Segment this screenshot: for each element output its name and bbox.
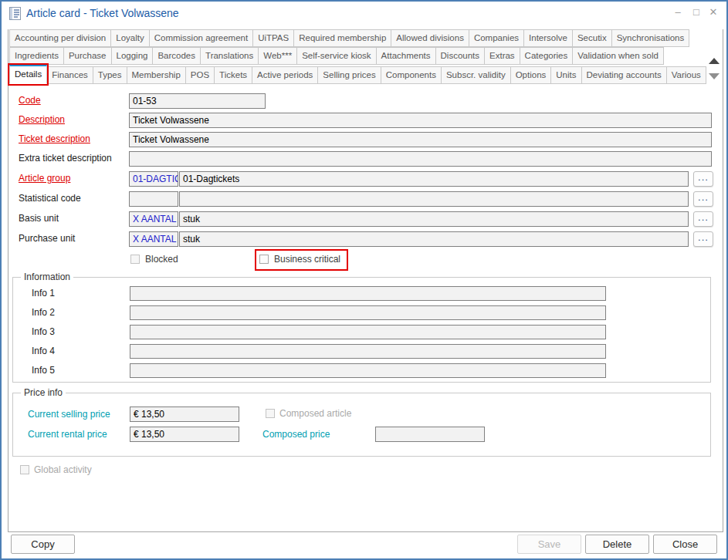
tab-required-membership[interactable]: Required membership: [293, 29, 391, 47]
tab-deviating-accounts[interactable]: Deviating accounts: [581, 66, 667, 84]
global-activity-label: Global activity: [34, 464, 92, 475]
tab-selling-prices[interactable]: Selling prices: [317, 66, 381, 84]
current-selling-price-field[interactable]: € 13,50: [130, 407, 239, 422]
titlebar: Article card - Ticket Volwassene – □ ✕: [2, 2, 726, 26]
tab-scroll-up-icon[interactable]: [709, 58, 720, 64]
blocked-checkbox[interactable]: [130, 255, 140, 264]
tab-logging[interactable]: Logging: [111, 47, 154, 65]
delete-button[interactable]: Delete: [585, 535, 649, 554]
basis-unit-code-field[interactable]: X AANTAL: [129, 211, 178, 227]
info-5-field[interactable]: [130, 363, 606, 378]
tab-membership[interactable]: Membership: [127, 66, 186, 84]
description-label: Description: [19, 114, 65, 125]
tab-various[interactable]: Various: [666, 66, 706, 84]
minimize-icon[interactable]: –: [670, 5, 686, 20]
info-1-field[interactable]: [130, 286, 606, 301]
basis-unit-value-field[interactable]: stuk: [179, 211, 689, 227]
tab-finances[interactable]: Finances: [46, 66, 93, 84]
tab-types[interactable]: Types: [93, 66, 127, 84]
tab-scroll-down-icon[interactable]: [709, 73, 720, 79]
tab-synchronisations[interactable]: Synchronisations: [611, 29, 690, 47]
tab-uitpas[interactable]: UiTPAS: [252, 29, 294, 47]
copy-button[interactable]: Copy: [11, 535, 75, 554]
info-4-field[interactable]: [130, 344, 606, 359]
info-4-label: Info 4: [32, 346, 55, 356]
blocked-label: Blocked: [145, 254, 178, 265]
tab-commission-agreement[interactable]: Commission agreement: [149, 29, 253, 47]
article-group-value-field[interactable]: 01-Dagtickets: [179, 171, 689, 187]
tab-attachments[interactable]: Attachments: [376, 47, 436, 65]
tab-web[interactable]: Web***: [258, 47, 297, 65]
tab-subscr-validity[interactable]: Subscr. validity: [441, 66, 511, 84]
close-button[interactable]: Close: [653, 535, 717, 554]
tab-discounts[interactable]: Discounts: [435, 47, 486, 65]
info-2-field[interactable]: [130, 305, 606, 320]
tab-tickets[interactable]: Tickets: [214, 66, 252, 84]
code-field[interactable]: 01-53: [129, 93, 266, 109]
price-info-legend: Price info: [21, 387, 66, 398]
purchase-unit-value-field[interactable]: stuk: [179, 231, 689, 247]
info-3-field[interactable]: [130, 325, 606, 339]
tab-categories[interactable]: Categories: [520, 47, 574, 65]
information-groupbox: Information Info 1Info 2Info 3Info 4Info…: [12, 277, 711, 383]
tab-validation-when-sold[interactable]: Validation when sold: [572, 47, 664, 65]
tab-loyalty[interactable]: Loyalty: [110, 29, 149, 47]
close-icon[interactable]: ✕: [706, 5, 721, 20]
tab-pos[interactable]: POS: [185, 66, 215, 84]
current-rental-price-field[interactable]: € 13,50: [130, 427, 239, 442]
tab-row-3: DetailsFinancesTypesMembershipPOSTickets…: [9, 65, 706, 84]
composed-article-checkbox[interactable]: [266, 409, 275, 418]
tab-row-1: Accounting per divisionLoyaltyCommission…: [9, 29, 689, 47]
code-label: Code: [19, 95, 41, 106]
tab-units[interactable]: Units: [550, 66, 581, 84]
tab-options[interactable]: Options: [510, 66, 552, 84]
tab-details[interactable]: Details: [9, 65, 47, 84]
save-button[interactable]: Save: [517, 535, 581, 554]
statistical-code-value-field[interactable]: [179, 191, 689, 207]
extra-ticket-description-label: Extra ticket description: [19, 153, 112, 164]
statistical-code-label: Statistical code: [19, 193, 81, 204]
info-1-label: Info 1: [32, 288, 55, 299]
basis-unit-lookup-button[interactable]: ...: [693, 211, 713, 227]
window-title: Article card - Ticket Volwassene: [26, 7, 179, 19]
purchase-unit-lookup-button[interactable]: ...: [693, 231, 713, 247]
info-2-label: Info 2: [32, 307, 55, 318]
info-5-label: Info 5: [32, 365, 55, 376]
purchase-unit-code-field[interactable]: X AANTAL: [129, 231, 178, 247]
tab-purchase[interactable]: Purchase: [63, 47, 112, 65]
description-field[interactable]: Ticket Volwassene: [129, 113, 712, 128]
statistical-code-code-field[interactable]: [129, 191, 178, 207]
current-selling-price-label: Current selling price: [28, 409, 110, 420]
extra-ticket-description-field[interactable]: [129, 151, 712, 167]
tab-secutix[interactable]: Secutix: [572, 29, 612, 47]
tab-active-periods[interactable]: Active periods: [252, 66, 318, 84]
information-legend: Information: [21, 272, 73, 282]
tab-self-service-kiosk[interactable]: Self-service kiosk: [296, 47, 376, 65]
tab-barcodes[interactable]: Barcodes: [152, 47, 201, 65]
article-card-window: Article card - Ticket Volwassene – □ ✕ A…: [0, 0, 728, 560]
tab-translations[interactable]: Translations: [200, 47, 259, 65]
global-activity-checkbox[interactable]: [20, 465, 29, 474]
info-3-label: Info 3: [32, 326, 55, 337]
tab-extras[interactable]: Extras: [484, 47, 520, 65]
tab-accounting-per-division[interactable]: Accounting per division: [9, 29, 111, 47]
composed-price-label: Composed price: [262, 429, 330, 440]
statistical-code-lookup-button[interactable]: ...: [693, 191, 713, 207]
article-group-code-field[interactable]: 01-DAGTIC: [129, 171, 178, 187]
price-info-groupbox: Price info Current selling price € 13,50…: [12, 393, 711, 457]
ticket-description-field[interactable]: Ticket Volwassene: [129, 132, 712, 147]
composed-article-label: Composed article: [279, 408, 351, 419]
composed-price-field[interactable]: [375, 427, 485, 442]
tab-intersolve[interactable]: Intersolve: [523, 29, 573, 47]
basis-unit-label: Basis unit: [19, 213, 59, 224]
maximize-icon[interactable]: □: [689, 5, 704, 20]
tab-companies[interactable]: Companies: [469, 29, 524, 47]
article-group-lookup-button[interactable]: ...: [693, 171, 713, 187]
tab-components[interactable]: Components: [381, 66, 442, 84]
purchase-unit-label: Purchase unit: [19, 233, 75, 244]
current-rental-price-label: Current rental price: [28, 429, 107, 440]
tab-ingredients[interactable]: Ingredients: [9, 47, 64, 65]
tab-allowed-divisions[interactable]: Allowed divisions: [391, 29, 469, 47]
ticket-description-label: Ticket description: [19, 133, 90, 144]
business-critical-annotation-box: [255, 249, 348, 271]
